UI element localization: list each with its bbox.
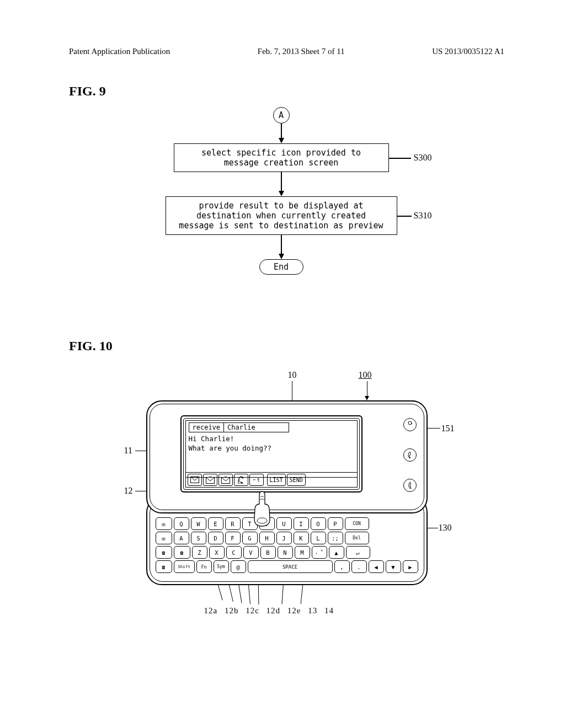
bottom-refs: 12a 12b 12c 12d 12e 13 14 (204, 606, 334, 615)
svg-point-6 (411, 423, 412, 424)
key-fn[interactable]: Fn (196, 560, 212, 573)
key-down[interactable]: ▼ (386, 560, 401, 573)
key-enter[interactable]: ↵ (346, 546, 370, 559)
key-b[interactable]: B (260, 546, 276, 559)
toolbar-icon-12a[interactable] (188, 474, 202, 486)
ref-130: 130 (439, 523, 452, 533)
key-mail2-icon[interactable]: ✉ (156, 532, 172, 544)
message-toolbar: M @ it LIST SEND (185, 472, 358, 488)
header-center: Feb. 7, 2013 Sheet 7 of 11 (258, 47, 345, 56)
flow-step-s310: provide result to be displayed at destin… (166, 196, 397, 235)
msg-line2: What are you doing?? (189, 444, 354, 453)
send-button[interactable]: SEND (287, 474, 306, 486)
key-commaquote[interactable]: , " (312, 546, 327, 559)
key-a[interactable]: A (174, 532, 189, 544)
key-e[interactable]: E (208, 517, 223, 530)
toolbar-icon-12c[interactable]: @ (218, 474, 233, 486)
qwerty-keyboard: ✉ Q W E R T Y U I O P CON ✉ A S (156, 517, 418, 576)
side-button-bot[interactable] (403, 479, 417, 492)
key-k[interactable]: K (294, 532, 309, 544)
flow-node-end: End (259, 259, 303, 275)
key-mail-icon[interactable]: ✉ (156, 517, 172, 530)
fig10-label: FIG. 10 (69, 339, 504, 354)
key-shift[interactable]: Shift (174, 560, 195, 573)
key-r[interactable]: R (225, 517, 241, 530)
page-header: Patent Application Publication Feb. 7, 2… (69, 47, 504, 56)
fig9-label: FIG. 9 (69, 84, 504, 99)
key-up[interactable]: ▲ (329, 546, 344, 559)
key-sym[interactable]: Sym (214, 560, 229, 573)
key-period[interactable]: . (351, 560, 367, 573)
key-at[interactable]: @ (231, 560, 246, 573)
toolbar-icon-12d[interactable] (234, 474, 248, 486)
key-left[interactable]: ◀ (369, 560, 384, 573)
key-con[interactable]: CON (345, 517, 369, 530)
flow-step-s300: select specific icon provided to message… (174, 143, 389, 172)
header-right: US 2013/0035122 A1 (432, 47, 504, 56)
svg-point-5 (408, 421, 412, 425)
ref-s310: S310 (414, 211, 432, 221)
list-button[interactable]: LIST (267, 474, 286, 486)
key-g[interactable]: G (242, 532, 258, 544)
key-del[interactable]: Del (345, 532, 369, 544)
svg-text:@: @ (225, 476, 227, 478)
key-z[interactable]: Z (192, 546, 207, 559)
fig9-flowchart: A select specific icon provided to messa… (138, 107, 436, 300)
key-right[interactable]: ▶ (403, 560, 418, 573)
finger-icon (251, 489, 273, 527)
key-phone2-icon[interactable]: ☎ (174, 546, 190, 559)
side-button-top[interactable] (403, 418, 417, 431)
key-v[interactable]: V (243, 546, 259, 559)
recipient-name: Charlie (224, 422, 289, 432)
ref-10: 10 (288, 370, 297, 380)
key-n[interactable]: N (278, 546, 293, 559)
header-left: Patent Application Publication (69, 47, 170, 56)
phone-upper-body: receiveCharlie Hi Charlie! What are you … (146, 400, 428, 513)
key-u[interactable]: U (276, 517, 292, 530)
key-i[interactable]: I (294, 517, 309, 530)
key-q[interactable]: Q (174, 517, 189, 530)
ref-12: 12 (124, 486, 133, 496)
message-creation-area: receiveCharlie Hi Charlie! What are you … (185, 420, 358, 478)
ref-11: 11 (124, 446, 132, 456)
key-colon[interactable]: :; (328, 532, 343, 544)
flow-node-a: A (273, 107, 290, 124)
display-screen: receiveCharlie Hi Charlie! What are you … (180, 415, 363, 493)
key-h[interactable]: H (259, 532, 275, 544)
ref-151: 151 (441, 424, 455, 433)
key-w[interactable]: W (191, 517, 206, 530)
side-button-mid[interactable] (403, 448, 417, 462)
key-j[interactable]: J (276, 532, 292, 544)
msg-line1: Hi Charlie! (189, 435, 354, 444)
toolbar-icon-12e[interactable]: it (249, 474, 264, 486)
key-space[interactable]: SPACE (248, 560, 333, 573)
ref-s300: S300 (414, 153, 432, 163)
key-p[interactable]: P (328, 517, 343, 530)
key-phone-icon[interactable]: ☎ (156, 546, 172, 559)
key-f[interactable]: F (225, 532, 241, 544)
key-comma[interactable]: , (334, 560, 350, 573)
svg-text:M: M (209, 476, 211, 478)
key-o[interactable]: O (311, 517, 326, 530)
key-l[interactable]: L (311, 532, 326, 544)
key-m[interactable]: M (295, 546, 310, 559)
receive-label: receive (189, 422, 225, 432)
ref-100: 100 (359, 370, 372, 380)
key-c[interactable]: C (226, 546, 242, 559)
key-s[interactable]: S (191, 532, 206, 544)
svg-point-7 (409, 457, 411, 458)
key-end-icon[interactable]: ☎ (156, 560, 172, 573)
fig10-drawing: 100 10 151 11 12 130 receiveCharlie Hi C… (116, 362, 458, 654)
toolbar-icon-12b[interactable]: M (203, 474, 217, 486)
key-d[interactable]: D (208, 532, 223, 544)
key-x[interactable]: X (209, 546, 225, 559)
